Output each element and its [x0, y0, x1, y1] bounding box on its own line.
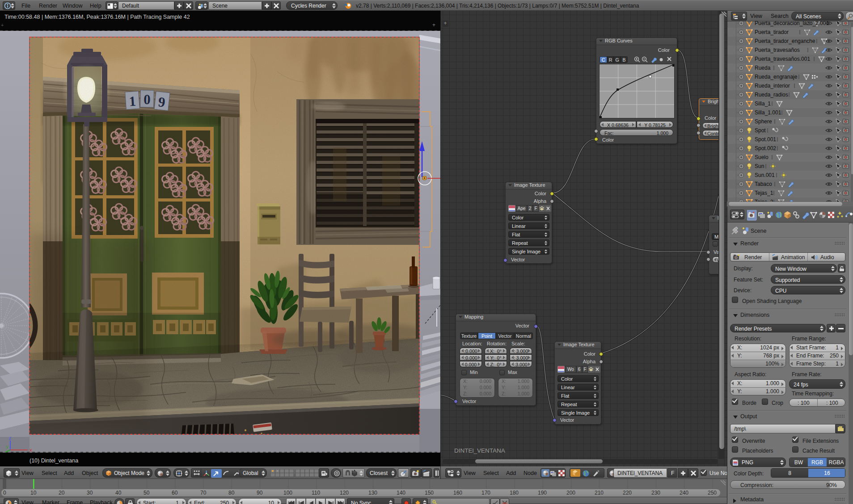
svg-text:Time:00:58.48 | Mem:1376.16M,: Time:00:58.48 | Mem:1376.16M, Peak:1376.… — [4, 14, 190, 20]
svg-text:z: z — [9, 435, 12, 441]
svg-text:x: x — [30, 447, 32, 453]
svg-text:+: + — [432, 22, 435, 28]
svg-text:y: y — [6, 445, 8, 449]
svg-text:+: + — [1, 22, 4, 28]
svg-text:(10) Dintel_ventana: (10) Dintel_ventana — [30, 458, 78, 464]
